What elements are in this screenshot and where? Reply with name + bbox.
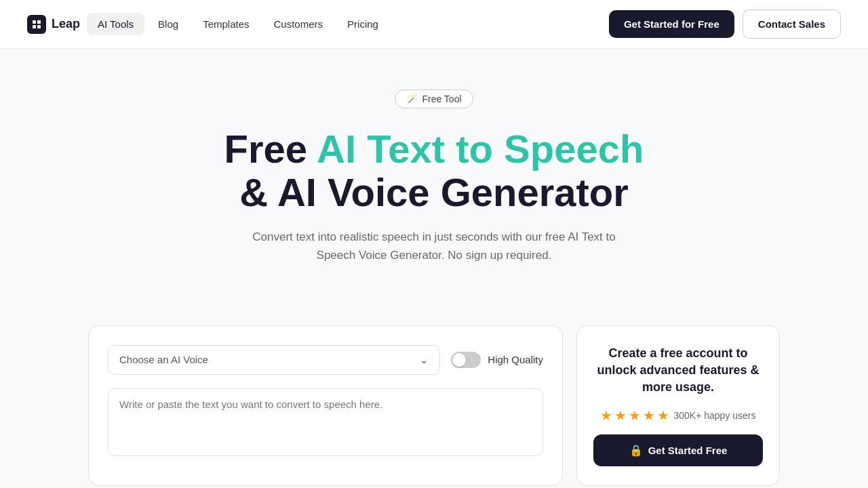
contact-sales-button[interactable]: Contact Sales <box>743 9 841 39</box>
navbar: Leap AI Tools Blog Templates Customers P… <box>0 0 868 49</box>
svg-rect-0 <box>33 20 36 24</box>
voice-select-label: Choose an AI Voice <box>119 354 208 365</box>
nav-actions: Get Started for Free Contact Sales <box>609 9 841 39</box>
logo-text: Leap <box>52 17 80 31</box>
quality-toggle-group: High Quality <box>451 352 543 368</box>
get-started-free-label: Get Started Free <box>648 445 728 456</box>
tool-controls: Choose an AI Voice ⌄ High Quality <box>108 345 543 375</box>
svg-rect-2 <box>33 25 36 28</box>
tool-left-panel: Choose an AI Voice ⌄ High Quality <box>88 325 563 486</box>
svg-rect-3 <box>37 25 41 28</box>
tool-container: Choose an AI Voice ⌄ High Quality Create… <box>61 325 807 486</box>
speech-text-input[interactable] <box>108 388 543 456</box>
stars-group: ★ ★ ★ ★ ★ <box>600 407 669 424</box>
hero-title-accent: AI Text to Speech <box>317 127 644 171</box>
chevron-down-icon: ⌄ <box>420 354 429 366</box>
svg-rect-1 <box>37 20 41 24</box>
badge-label: Free Tool <box>422 94 461 104</box>
nav-item-blog[interactable]: Blog <box>147 13 189 35</box>
hero-section: 🪄 Free Tool Free AI Text to Speech & AI … <box>0 49 868 325</box>
nav-items: AI Tools Blog Templates Customers Pricin… <box>87 13 609 35</box>
nav-logo[interactable]: Leap <box>27 15 80 34</box>
nav-item-customers[interactable]: Customers <box>263 13 334 35</box>
badge-icon: 🪄 <box>406 94 418 104</box>
star-3: ★ <box>629 407 641 424</box>
nav-item-templates[interactable]: Templates <box>192 13 260 35</box>
get-started-free-button[interactable]: 🔒 Get Started Free <box>593 434 763 466</box>
voice-select-dropdown[interactable]: Choose an AI Voice ⌄ <box>108 345 440 375</box>
happy-users-count: 300K+ happy users <box>673 410 755 421</box>
quality-label: High Quality <box>488 354 543 365</box>
nav-item-pricing[interactable]: Pricing <box>336 13 389 35</box>
star-2: ★ <box>614 407 627 424</box>
star-4: ★ <box>643 407 655 424</box>
lock-icon: 🔒 <box>629 444 643 457</box>
hero-title: Free AI Text to Speech & AI Voice Genera… <box>27 127 841 214</box>
tool-right-panel: Create a free account to unlock advanced… <box>576 325 780 486</box>
quality-toggle-switch[interactable] <box>451 352 481 368</box>
star-1: ★ <box>600 407 612 424</box>
get-started-button[interactable]: Get Started for Free <box>609 10 734 38</box>
stars-row: ★ ★ ★ ★ ★ 300K+ happy users <box>600 407 755 424</box>
nav-item-aitools[interactable]: AI Tools <box>87 13 144 35</box>
right-panel-description: Create a free account to unlock advanced… <box>593 345 763 396</box>
logo-icon <box>27 15 46 34</box>
hero-subtitle: Convert text into realistic speech in ju… <box>237 228 631 264</box>
hero-title-part1: Free <box>224 127 317 171</box>
free-tool-badge: 🪄 Free Tool <box>395 89 473 108</box>
star-5: ★ <box>657 407 669 424</box>
hero-title-part3: & AI Voice Generator <box>239 170 629 214</box>
